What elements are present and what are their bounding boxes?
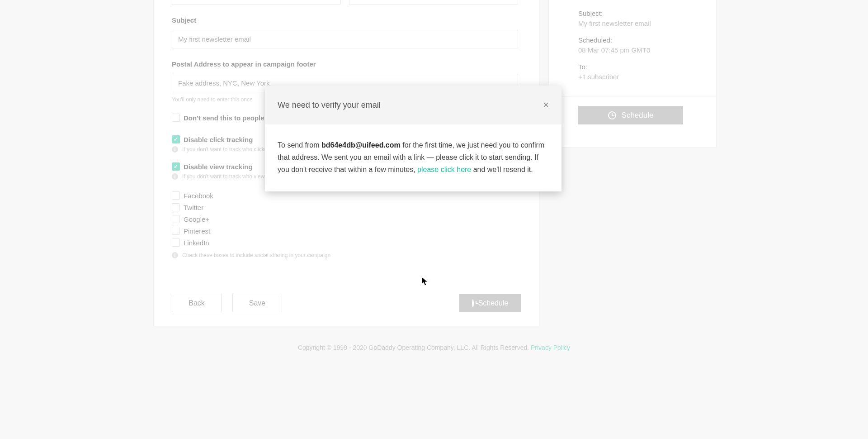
modal-title: We need to verify your email: [278, 100, 381, 110]
modal-close-button[interactable]: ×: [543, 100, 549, 110]
modal-email: bd64e4db@uifeed.com: [321, 141, 401, 149]
modal-body-post: and we'll resend it.: [471, 166, 533, 173]
modal-overlay[interactable]: [0, 0, 868, 439]
resend-link[interactable]: please click here: [417, 166, 471, 173]
modal-body-pre: To send from: [278, 141, 321, 149]
modal-header: We need to verify your email ×: [265, 86, 561, 124]
verify-email-modal: We need to verify your email × To send f…: [265, 86, 561, 191]
modal-body: To send from bd64e4db@uifeed.com for the…: [265, 124, 561, 191]
close-icon: ×: [543, 99, 549, 110]
